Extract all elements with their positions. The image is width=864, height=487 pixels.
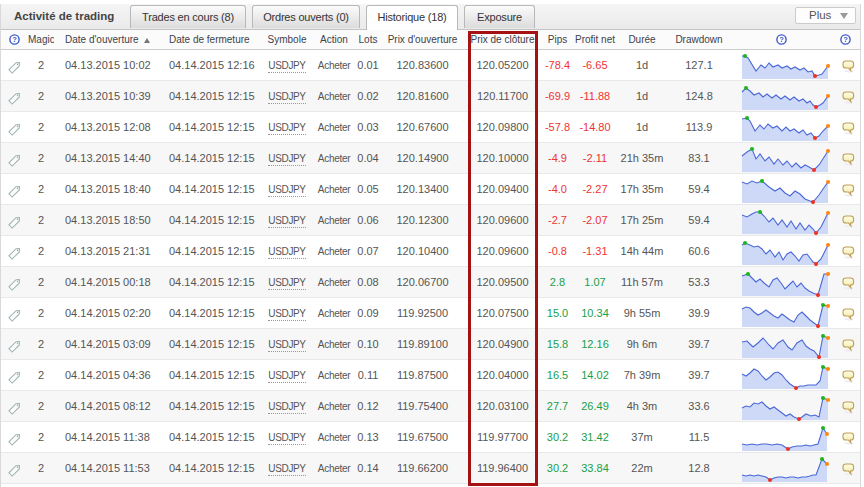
svg-text:?: ?: [843, 35, 848, 44]
svg-text:?: ?: [12, 35, 17, 44]
svg-text:?: ?: [779, 35, 784, 44]
